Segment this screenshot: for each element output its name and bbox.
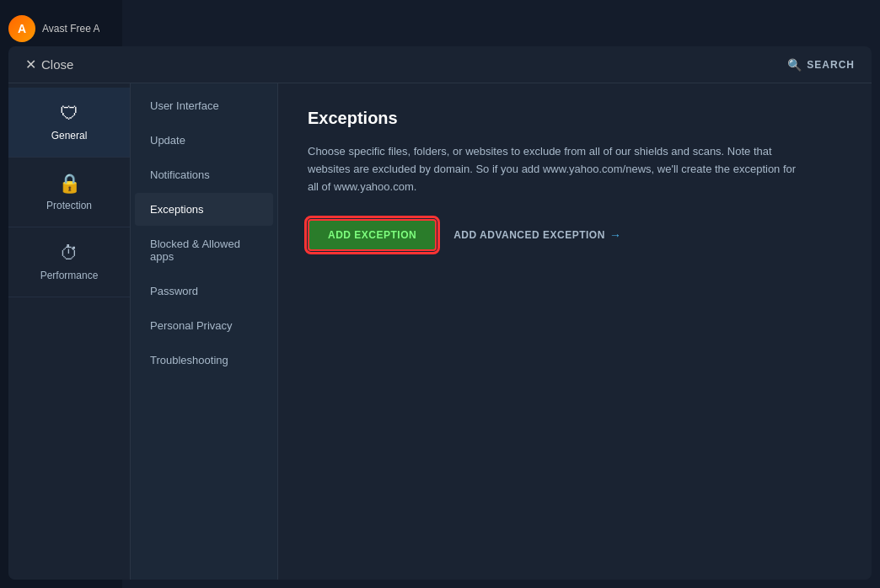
modal-body: 🛡 General 🔒 Protection ⏱ Performance Use… bbox=[8, 83, 872, 580]
mid-nav-label-blocked-allowed: Blocked & Allowed apps bbox=[150, 238, 240, 263]
app-logo[interactable]: A Avast Free A bbox=[0, 8, 122, 49]
right-content: Exceptions Choose specific files, folder… bbox=[278, 83, 872, 580]
add-advanced-label: ADD ADVANCED EXCEPTION bbox=[453, 229, 605, 241]
protection-nav-icon: 🔒 bbox=[58, 173, 81, 195]
mid-nav-label-personal-privacy: Personal Privacy bbox=[150, 319, 233, 332]
mid-nav-item-update[interactable]: Update bbox=[135, 124, 273, 157]
modal-header: ✕ Close 🔍 SEARCH bbox=[8, 46, 872, 83]
settings-modal: ✕ Close 🔍 SEARCH 🛡 General 🔒 Protection … bbox=[8, 46, 872, 580]
left-nav-item-protection[interactable]: 🔒 Protection bbox=[8, 158, 130, 227]
add-advanced-exception-button[interactable]: ADD ADVANCED EXCEPTION → bbox=[453, 228, 621, 242]
mid-nav-label-notifications: Notifications bbox=[150, 168, 210, 181]
mid-nav-label-update: Update bbox=[150, 134, 185, 147]
mid-nav: User Interface Update Notifications Exce… bbox=[131, 83, 278, 580]
left-nav-label-general: General bbox=[51, 130, 88, 142]
left-nav-label-protection: Protection bbox=[46, 200, 92, 211]
performance-nav-icon: ⏱ bbox=[60, 243, 78, 265]
left-nav: 🛡 General 🔒 Protection ⏱ Performance bbox=[8, 83, 131, 580]
mid-nav-item-personal-privacy[interactable]: Personal Privacy bbox=[135, 309, 273, 342]
content-description: Choose specific files, folders, or websi… bbox=[308, 143, 797, 195]
mid-nav-label-user-interface: User Interface bbox=[150, 99, 219, 112]
mid-nav-item-troubleshooting[interactable]: Troubleshooting bbox=[135, 344, 273, 377]
mid-nav-item-exceptions[interactable]: Exceptions bbox=[135, 193, 273, 226]
general-nav-icon: 🛡 bbox=[60, 103, 78, 125]
mid-nav-label-troubleshooting: Troubleshooting bbox=[150, 354, 228, 366]
search-icon: 🔍 bbox=[787, 58, 802, 72]
mid-nav-label-exceptions: Exceptions bbox=[150, 203, 204, 216]
content-title: Exceptions bbox=[308, 109, 842, 128]
search-label: SEARCH bbox=[807, 59, 855, 71]
left-nav-item-general[interactable]: 🛡 General bbox=[8, 88, 130, 158]
logo-icon: A bbox=[8, 15, 35, 42]
add-exception-button[interactable]: ADD EXCEPTION bbox=[308, 219, 437, 251]
close-button[interactable]: ✕ Close bbox=[25, 56, 73, 72]
close-icon: ✕ bbox=[25, 56, 36, 72]
close-label: Close bbox=[41, 57, 73, 72]
search-area[interactable]: 🔍 SEARCH bbox=[787, 58, 855, 72]
action-row: ADD EXCEPTION ADD ADVANCED EXCEPTION → bbox=[308, 219, 842, 251]
left-nav-label-performance: Performance bbox=[40, 270, 99, 281]
arrow-right-icon: → bbox=[609, 228, 622, 242]
left-nav-item-performance[interactable]: ⏱ Performance bbox=[8, 227, 130, 297]
mid-nav-item-notifications[interactable]: Notifications bbox=[135, 158, 273, 191]
mid-nav-item-password[interactable]: Password bbox=[135, 275, 273, 307]
mid-nav-label-password: Password bbox=[150, 285, 198, 297]
app-title: Avast Free A bbox=[42, 23, 99, 35]
mid-nav-item-blocked-allowed[interactable]: Blocked & Allowed apps bbox=[135, 227, 273, 273]
mid-nav-item-user-interface[interactable]: User Interface bbox=[135, 89, 273, 122]
